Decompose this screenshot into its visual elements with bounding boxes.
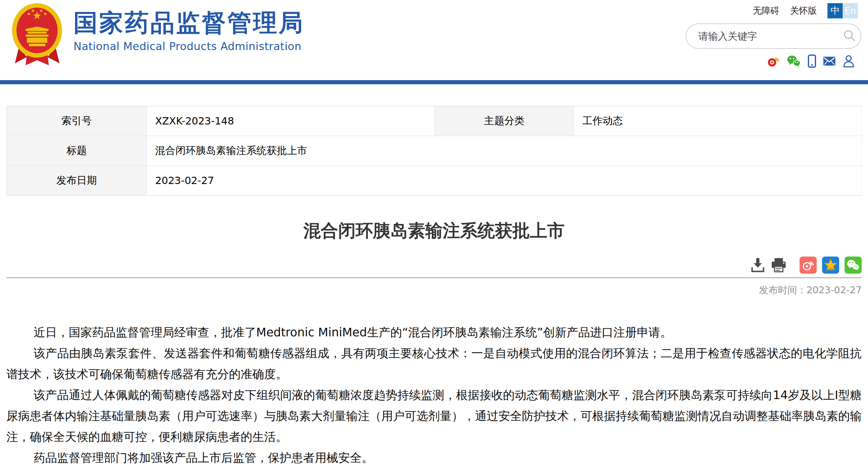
user-icon[interactable]: [843, 55, 855, 67]
article-paragraph: 近日，国家药品监督管理局经审查，批准了Medtronic MiniMed生产的“…: [6, 322, 862, 343]
site-title-en: National Medical Products Administration: [73, 40, 304, 53]
article-paragraph: 药品监督管理部门将加强该产品上市后监管，保护患者用械安全。: [6, 447, 862, 468]
lang-en-button[interactable]: En: [843, 3, 858, 19]
article-actions: [6, 256, 862, 274]
publish-time: 发布时间：2023-02-27: [6, 284, 862, 297]
search-icon: [843, 29, 857, 44]
share-weibo-icon[interactable]: [800, 256, 817, 274]
mobile-icon[interactable]: [808, 55, 816, 68]
article-title: 混合闭环胰岛素输注系统获批上市: [6, 219, 862, 243]
lang-zh-button[interactable]: 中: [828, 3, 843, 19]
utility-bar: 无障碍 关怀版 中 En: [753, 3, 858, 19]
site-logo[interactable]: 国家药品监督管理局 National Medical Products Admi…: [11, 3, 304, 67]
accessibility-link[interactable]: 无障碍: [753, 5, 779, 17]
share-wechat-icon[interactable]: [844, 256, 862, 274]
header-divider-bar: [0, 80, 868, 84]
search-input[interactable]: [686, 30, 839, 42]
download-icon[interactable]: [750, 257, 766, 273]
site-title-cn: 国家药品监督管理局: [73, 10, 304, 35]
article-body: 近日，国家药品监督管理局经审查，批准了Medtronic MiniMed生产的“…: [6, 322, 862, 468]
email-icon[interactable]: [823, 56, 836, 66]
site-search: [686, 24, 861, 49]
info-value-index: XZXK-2023-148: [147, 106, 435, 136]
document-info-table: 索引号 XZXK-2023-148 主题分类 工作动态 标题 混合闭环胰岛素输注…: [6, 106, 862, 196]
info-label-title: 标题: [7, 136, 147, 166]
publish-time-value: 2023-02-27: [807, 284, 862, 295]
publish-time-label: 发布时间：: [759, 284, 807, 295]
wechat-icon[interactable]: [787, 56, 801, 67]
article-paragraph: 该产品通过人体佩戴的葡萄糖传感器对皮下组织间液的葡萄糖浓度趋势持续监测，根据接收…: [6, 385, 862, 447]
info-label-date: 发布日期: [7, 166, 147, 195]
article-paragraph: 该产品由胰岛素泵套件、发送器套件和葡萄糖传感器组成，具有两项主要核心技术：一是自…: [6, 343, 862, 385]
share-qzone-icon[interactable]: [822, 256, 839, 274]
info-value-title: 混合闭环胰岛素输注系统获批上市: [147, 136, 862, 166]
info-value-topic: 工作动态: [574, 106, 862, 136]
social-links: [767, 55, 855, 68]
main-content: 索引号 XZXK-2023-148 主题分类 工作动态 标题 混合闭环胰岛素输注…: [6, 106, 862, 468]
title-divider: [6, 277, 862, 278]
weibo-icon[interactable]: [767, 56, 780, 67]
info-label-topic: 主题分类: [435, 106, 574, 136]
info-label-index: 索引号: [7, 106, 147, 136]
care-version-link[interactable]: 关怀版: [790, 5, 817, 17]
info-value-date: 2023-02-27: [147, 166, 862, 195]
national-emblem-icon: [11, 3, 63, 67]
search-button[interactable]: [839, 24, 861, 48]
print-icon[interactable]: [771, 257, 786, 273]
site-header: 国家药品监督管理局 National Medical Products Admi…: [0, 0, 868, 80]
